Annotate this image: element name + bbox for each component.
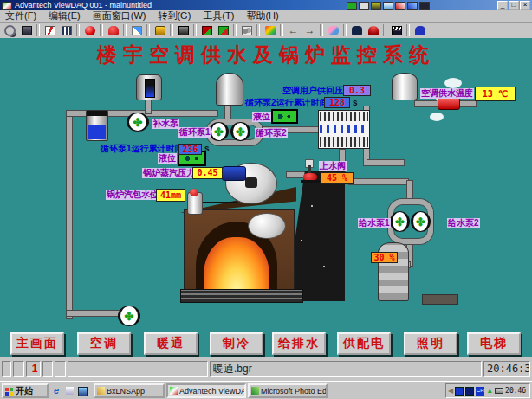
- current-screen-file: 暖通.bgr: [210, 361, 482, 377]
- label-steam-pressure: 锅炉蒸汽压力: [142, 168, 196, 178]
- mail-quicklaunch-icon[interactable]: [66, 387, 74, 395]
- pump-blade-icon: ✤: [416, 216, 425, 228]
- antivirus-icon[interactable]: ▲: [486, 387, 493, 395]
- makeup-pump-icon: ✤: [127, 113, 149, 132]
- windows-logo-icon: [5, 388, 9, 391]
- printer-icon[interactable]: [495, 388, 503, 394]
- nav-elevator-button[interactable]: 电梯: [467, 332, 521, 355]
- ie-quicklaunch-icon[interactable]: e: [54, 387, 62, 395]
- titlebar-icon-red[interactable]: [395, 2, 405, 10]
- taskbar-task-bxlnsapp[interactable]: BxLNSApp: [94, 383, 165, 398]
- nav-forward-icon[interactable]: →: [302, 23, 318, 37]
- burner-icon: [187, 192, 203, 215]
- titlebar-icon-blue[interactable]: [407, 2, 418, 10]
- nav-water-supply-drainage-button[interactable]: 给排水: [272, 332, 326, 355]
- search-icon[interactable]: [2, 23, 18, 37]
- menu-goto[interactable]: 转到(G): [158, 10, 191, 23]
- menu-window[interactable]: 画面窗口(W): [93, 10, 146, 23]
- taskbar-task-viewdaq[interactable]: Advantech ViewDAQ 001 :: [166, 383, 246, 398]
- operator-icon[interactable]: [412, 23, 428, 37]
- toolbar-separator: [146, 24, 150, 36]
- unit-pump1-runtime: s: [204, 144, 210, 154]
- menu-help[interactable]: 帮助(H): [246, 10, 278, 23]
- trend-chart-icon[interactable]: [42, 23, 58, 37]
- pump-blade-icon: ✤: [133, 117, 143, 128]
- titlebar-tray: [347, 2, 430, 10]
- titlebar-icon-gray[interactable]: [359, 2, 369, 10]
- nav-power-distribution-button[interactable]: 供配电: [337, 332, 391, 355]
- panel-icon[interactable]: [18, 23, 35, 37]
- ackg-glyph: [218, 26, 229, 35]
- handcuffs-icon[interactable]: [238, 23, 255, 37]
- camera-glyph: [178, 26, 189, 35]
- nav-hvac-button[interactable]: 暖通: [144, 332, 198, 355]
- titlebar-icon-teal[interactable]: [383, 2, 393, 10]
- watchdog-icon[interactable]: [348, 23, 365, 37]
- tray-app-icon[interactable]: [455, 387, 464, 396]
- menu-edit[interactable]: 编辑(E): [49, 10, 81, 23]
- smoke-puff: [430, 113, 444, 121]
- camera-icon[interactable]: [175, 23, 191, 37]
- show-desktop-icon[interactable]: [78, 387, 88, 396]
- motor-icon: [222, 166, 246, 181]
- titlebar-icon-dark[interactable]: [419, 2, 430, 10]
- edit-pen-icon[interactable]: [128, 23, 145, 37]
- readout-feed-valve-opening: 45 %: [321, 172, 354, 184]
- cuff-glyph: [242, 26, 252, 35]
- condenser-tank: [392, 73, 418, 100]
- label-pump2-runtime: 循环泵2运行累计时间: [245, 98, 328, 108]
- flame: [204, 237, 269, 291]
- toolbar-separator: [383, 24, 386, 36]
- readout-steam-pressure: 0.45: [192, 167, 223, 179]
- nav-lighting-button[interactable]: 照明: [404, 332, 457, 355]
- alarm-bell-icon[interactable]: [105, 23, 121, 37]
- volume-icon[interactable]: ◀: [448, 387, 453, 395]
- nav-main-screen-button[interactable]: 主画面: [10, 332, 64, 355]
- pipe: [414, 100, 440, 107]
- clock-display: 20:46:36: [483, 361, 530, 377]
- clapper-icon[interactable]: [388, 23, 405, 37]
- menu-file[interactable]: 文件(F): [5, 10, 36, 23]
- feed-pump2-icon: ✤: [411, 211, 431, 232]
- status-cell: [42, 361, 53, 377]
- helmet-glyph: [368, 26, 379, 35]
- page-number: 1: [26, 361, 41, 377]
- ime-indicator[interactable]: CH: [476, 387, 484, 396]
- minimize-button[interactable]: _: [497, 1, 508, 10]
- titlebar-icon-green[interactable]: [347, 2, 357, 10]
- task-label: Microsoft Photo Editor: [261, 387, 328, 396]
- titlebar-icon-yellow[interactable]: [371, 2, 381, 10]
- hist-glyph: [62, 26, 72, 35]
- nav-back-icon[interactable]: ←: [285, 23, 302, 37]
- close-button[interactable]: ×: [520, 1, 530, 10]
- histogram-icon[interactable]: [58, 23, 75, 37]
- tag-check-icon[interactable]: [215, 23, 231, 37]
- back-glyph: ←: [289, 25, 299, 35]
- menu-tools[interactable]: 工具(T): [203, 10, 234, 23]
- label-feed-valve: 上水阀: [319, 161, 347, 171]
- wand-icon[interactable]: [262, 23, 278, 37]
- fan-pump-icon: ✤: [118, 306, 140, 326]
- smoke-puff: [444, 78, 462, 88]
- helmet-icon[interactable]: [365, 23, 381, 37]
- taskbar-task-photo-editor[interactable]: Microsoft Photo Editor: [248, 383, 328, 398]
- task-label: Advantech ViewDAQ 001 :: [179, 387, 246, 396]
- tray-clock[interactable]: 20:46: [505, 387, 526, 395]
- nav-refrigeration-button[interactable]: 制冷: [210, 332, 263, 355]
- alarm-ball-icon[interactable]: [81, 23, 98, 37]
- alarm-ack-icon[interactable]: [198, 23, 215, 37]
- eraser-icon[interactable]: [325, 23, 341, 37]
- restore-button[interactable]: □: [509, 1, 519, 10]
- nav-air-conditioning-button[interactable]: 空调: [77, 332, 131, 355]
- label-pump1-runtime: 循环泵1运行累计时间: [101, 144, 184, 154]
- toolbar-separator: [193, 24, 197, 36]
- page-title: 楼宇空调供水及锅炉监控系统: [0, 42, 532, 68]
- circulation-pump1-icon: ✤: [209, 122, 229, 141]
- toolbar-separator: [233, 24, 237, 36]
- status-spacer: [68, 361, 208, 377]
- start-button[interactable]: 开始: [2, 383, 49, 398]
- feed-valve-base: [301, 180, 320, 183]
- tray-app-icon[interactable]: [465, 387, 474, 396]
- label-level-2: 液位: [252, 112, 271, 122]
- security-lock-icon[interactable]: [152, 23, 168, 37]
